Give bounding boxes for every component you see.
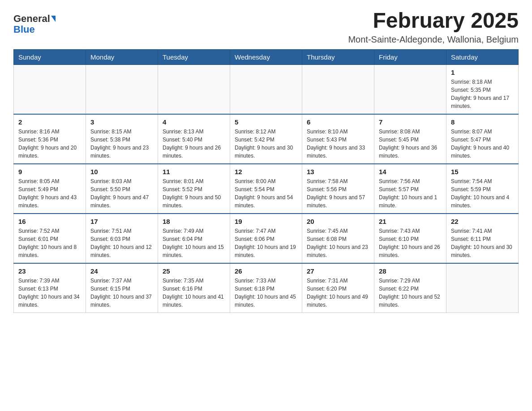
calendar-table: Sunday Monday Tuesday Wednesday Thursday… [13,49,519,313]
calendar-week-row: 23Sunrise: 7:39 AM Sunset: 6:13 PM Dayli… [14,263,519,313]
header-wednesday: Wednesday [230,49,302,64]
table-row: 5Sunrise: 8:12 AM Sunset: 5:42 PM Daylig… [230,114,302,164]
table-row: 3Sunrise: 8:15 AM Sunset: 5:38 PM Daylig… [86,114,158,164]
table-row: 20Sunrise: 7:45 AM Sunset: 6:08 PM Dayli… [302,214,374,263]
header-thursday: Thursday [302,49,374,64]
day-info: Sunrise: 7:37 AM Sunset: 6:15 PM Dayligh… [90,277,153,309]
day-number: 8 [451,118,514,126]
day-info: Sunrise: 8:07 AM Sunset: 5:47 PM Dayligh… [451,128,514,160]
day-number: 6 [307,118,369,126]
header-saturday: Saturday [446,49,519,64]
day-number: 19 [235,218,297,225]
logo-general: General [13,13,50,24]
title-section: February 2025 Mont-Sainte-Aldegonde, Wal… [348,9,519,45]
day-number: 12 [235,168,297,176]
calendar-header-row: Sunday Monday Tuesday Wednesday Thursday… [14,49,519,64]
month-title: February 2025 [348,9,519,33]
table-row: 26Sunrise: 7:33 AM Sunset: 6:18 PM Dayli… [230,263,302,313]
table-row: 7Sunrise: 8:08 AM Sunset: 5:45 PM Daylig… [374,114,446,164]
table-row [86,64,158,114]
day-number: 10 [90,168,153,176]
day-number: 28 [379,267,442,275]
table-row: 28Sunrise: 7:29 AM Sunset: 6:22 PM Dayli… [374,263,446,313]
day-number: 9 [18,168,81,176]
day-info: Sunrise: 7:54 AM Sunset: 5:59 PM Dayligh… [451,177,514,210]
table-row [230,64,302,114]
day-number: 22 [451,218,514,225]
day-info: Sunrise: 7:33 AM Sunset: 6:18 PM Dayligh… [235,277,297,309]
table-row [14,64,86,114]
day-info: Sunrise: 8:12 AM Sunset: 5:42 PM Dayligh… [235,128,297,160]
day-info: Sunrise: 8:01 AM Sunset: 5:52 PM Dayligh… [163,177,225,210]
day-info: Sunrise: 8:05 AM Sunset: 5:49 PM Dayligh… [18,177,81,210]
logo-blue: Blue [13,24,35,35]
day-number: 23 [18,267,81,275]
day-info: Sunrise: 7:49 AM Sunset: 6:04 PM Dayligh… [163,227,225,259]
day-info: Sunrise: 7:58 AM Sunset: 5:56 PM Dayligh… [307,177,369,210]
table-row: 11Sunrise: 8:01 AM Sunset: 5:52 PM Dayli… [158,164,230,214]
day-number: 4 [163,118,225,126]
table-row: 16Sunrise: 7:52 AM Sunset: 6:01 PM Dayli… [14,214,86,263]
table-row: 14Sunrise: 7:56 AM Sunset: 5:57 PM Dayli… [374,164,446,214]
table-row: 25Sunrise: 7:35 AM Sunset: 6:16 PM Dayli… [158,263,230,313]
logo-arrow-icon [51,16,56,22]
table-row: 2Sunrise: 8:16 AM Sunset: 5:36 PM Daylig… [14,114,86,164]
day-info: Sunrise: 7:41 AM Sunset: 6:11 PM Dayligh… [451,227,514,259]
day-number: 11 [163,168,225,176]
day-number: 24 [90,267,153,275]
table-row: 27Sunrise: 7:31 AM Sunset: 6:20 PM Dayli… [302,263,374,313]
day-number: 15 [451,168,514,176]
day-number: 3 [90,118,153,126]
logo: General Blue [13,13,56,35]
day-info: Sunrise: 7:51 AM Sunset: 6:03 PM Dayligh… [90,227,153,259]
calendar-week-row: 9Sunrise: 8:05 AM Sunset: 5:49 PM Daylig… [14,164,519,214]
day-info: Sunrise: 8:16 AM Sunset: 5:36 PM Dayligh… [18,128,81,160]
day-info: Sunrise: 7:31 AM Sunset: 6:20 PM Dayligh… [307,277,369,309]
table-row: 24Sunrise: 7:37 AM Sunset: 6:15 PM Dayli… [86,263,158,313]
day-info: Sunrise: 8:13 AM Sunset: 5:40 PM Dayligh… [163,128,225,160]
table-row: 12Sunrise: 8:00 AM Sunset: 5:54 PM Dayli… [230,164,302,214]
day-number: 17 [90,218,153,225]
day-number: 14 [379,168,442,176]
table-row [302,64,374,114]
day-info: Sunrise: 8:10 AM Sunset: 5:43 PM Dayligh… [307,128,369,160]
day-number: 27 [307,267,369,275]
table-row: 21Sunrise: 7:43 AM Sunset: 6:10 PM Dayli… [374,214,446,263]
table-row [158,64,230,114]
table-row: 18Sunrise: 7:49 AM Sunset: 6:04 PM Dayli… [158,214,230,263]
day-info: Sunrise: 7:56 AM Sunset: 5:57 PM Dayligh… [379,177,442,210]
table-row: 1Sunrise: 8:18 AM Sunset: 5:35 PM Daylig… [446,64,519,114]
day-number: 20 [307,218,369,225]
day-info: Sunrise: 7:39 AM Sunset: 6:13 PM Dayligh… [18,277,81,309]
table-row [374,64,446,114]
table-row: 17Sunrise: 7:51 AM Sunset: 6:03 PM Dayli… [86,214,158,263]
day-number: 26 [235,267,297,275]
day-number: 7 [379,118,442,126]
day-info: Sunrise: 7:45 AM Sunset: 6:08 PM Dayligh… [307,227,369,259]
day-info: Sunrise: 7:52 AM Sunset: 6:01 PM Dayligh… [18,227,81,259]
day-info: Sunrise: 7:29 AM Sunset: 6:22 PM Dayligh… [379,277,442,309]
table-row: 22Sunrise: 7:41 AM Sunset: 6:11 PM Dayli… [446,214,519,263]
day-info: Sunrise: 8:03 AM Sunset: 5:50 PM Dayligh… [90,177,153,210]
page-header: General Blue February 2025 Mont-Sainte-A… [13,9,519,45]
table-row: 13Sunrise: 7:58 AM Sunset: 5:56 PM Dayli… [302,164,374,214]
day-info: Sunrise: 7:43 AM Sunset: 6:10 PM Dayligh… [379,227,442,259]
header-monday: Monday [86,49,158,64]
day-number: 13 [307,168,369,176]
day-number: 2 [18,118,81,126]
table-row: 19Sunrise: 7:47 AM Sunset: 6:06 PM Dayli… [230,214,302,263]
day-info: Sunrise: 8:15 AM Sunset: 5:38 PM Dayligh… [90,128,153,160]
day-number: 21 [379,218,442,225]
calendar-week-row: 2Sunrise: 8:16 AM Sunset: 5:36 PM Daylig… [14,114,519,164]
table-row: 9Sunrise: 8:05 AM Sunset: 5:49 PM Daylig… [14,164,86,214]
day-info: Sunrise: 8:18 AM Sunset: 5:35 PM Dayligh… [451,78,514,110]
day-number: 25 [163,267,225,275]
day-info: Sunrise: 7:35 AM Sunset: 6:16 PM Dayligh… [163,277,225,309]
day-info: Sunrise: 8:00 AM Sunset: 5:54 PM Dayligh… [235,177,297,210]
table-row: 8Sunrise: 8:07 AM Sunset: 5:47 PM Daylig… [446,114,519,164]
header-friday: Friday [374,49,446,64]
table-row: 4Sunrise: 8:13 AM Sunset: 5:40 PM Daylig… [158,114,230,164]
calendar-week-row: 16Sunrise: 7:52 AM Sunset: 6:01 PM Dayli… [14,214,519,263]
day-number: 1 [451,68,514,76]
location-title: Mont-Sainte-Aldegonde, Wallonia, Belgium [348,34,519,45]
